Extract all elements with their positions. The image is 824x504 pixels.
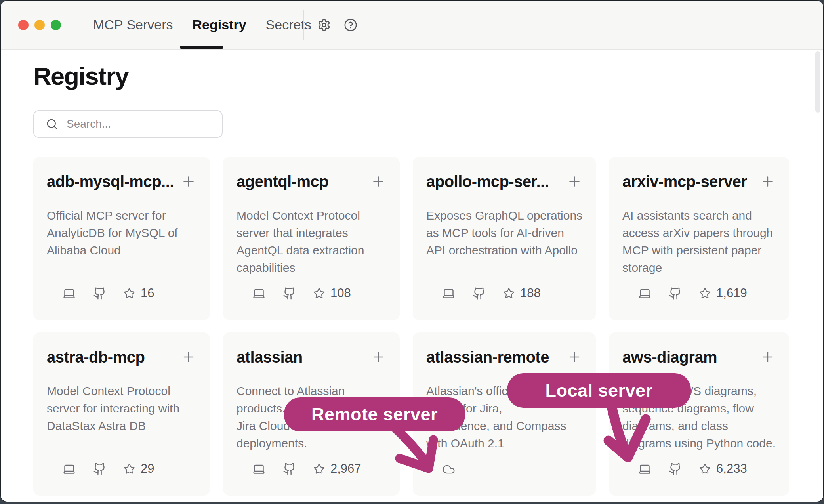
server-card[interactable]: aws-diagram Generate AWS diagrams,sequen… — [609, 332, 789, 496]
github-icon — [283, 462, 296, 475]
card-footer: 6,233 — [638, 462, 747, 476]
page-title: Registry — [33, 61, 128, 91]
add-server-button[interactable] — [760, 349, 776, 365]
active-tab-indicator — [180, 46, 223, 49]
github-icon — [669, 462, 682, 475]
laptop-icon — [63, 287, 76, 300]
star-icon — [124, 288, 135, 299]
titlebar-divider — [303, 10, 304, 40]
search-input[interactable] — [67, 118, 209, 130]
star-count: 108 — [330, 286, 351, 300]
card-header: agentql-mcp — [237, 172, 386, 191]
server-description: Exposes GraphQL operationsas MCP tools f… — [426, 207, 582, 259]
server-name: atlassian — [237, 347, 303, 367]
add-server-button[interactable] — [566, 174, 582, 189]
tab-bar: MCP Servers Registry Secrets — [93, 1, 311, 49]
laptop-icon — [252, 287, 265, 300]
card-footer — [442, 463, 455, 476]
settings-icon[interactable] — [317, 18, 331, 32]
search-box — [33, 110, 223, 138]
tab-secrets[interactable]: Secrets — [266, 17, 311, 32]
card-header: atlassian-remote — [426, 347, 582, 367]
server-card[interactable]: adb-mysql-mcp... Official MCP server for… — [33, 157, 210, 320]
server-card[interactable]: astra-db-mcp Model Context Protocolserve… — [33, 332, 210, 496]
add-server-button[interactable] — [181, 174, 196, 189]
card-header: aws-diagram — [622, 347, 776, 367]
add-server-button[interactable] — [370, 349, 386, 365]
server-description: Model Context Protocolserver that integr… — [237, 207, 386, 277]
star-count: 1,619 — [716, 286, 747, 300]
add-server-button[interactable] — [760, 174, 776, 189]
card-footer: 2,967 — [252, 462, 361, 476]
close-button[interactable] — [18, 20, 29, 30]
card-footer: 29 — [63, 462, 154, 476]
remote-server-callout: Remote server — [284, 397, 465, 431]
scrollbar-thumb[interactable] — [815, 51, 820, 113]
server-card[interactable]: arxiv-mcp-server AI assistants search an… — [609, 157, 789, 320]
github-icon — [669, 287, 682, 300]
server-description: Model Context Protocolserver for interac… — [47, 382, 196, 435]
star-count: 2,967 — [330, 462, 361, 476]
server-name: arxiv-mcp-server — [622, 172, 747, 191]
server-description: AI assistants search andaccess arXiv pap… — [622, 207, 776, 277]
star-icon — [124, 463, 135, 475]
card-header: arxiv-mcp-server — [622, 172, 776, 191]
card-footer: 188 — [442, 286, 541, 300]
card-header: adb-mysql-mcp... — [47, 172, 196, 191]
minimize-button[interactable] — [34, 20, 45, 30]
cloud-icon — [442, 463, 455, 476]
github-icon — [93, 462, 106, 475]
server-description: Official MCP server forAnalyticDB for My… — [47, 207, 196, 259]
card-header: apollo-mcp-ser... — [426, 172, 582, 191]
card-footer: 108 — [252, 286, 351, 300]
laptop-icon — [638, 462, 651, 475]
add-server-button[interactable] — [566, 349, 582, 365]
help-icon[interactable] — [344, 18, 357, 32]
search-icon — [46, 118, 58, 130]
server-name: aws-diagram — [622, 347, 717, 367]
server-name: astra-db-mcp — [47, 347, 145, 367]
server-name: apollo-mcp-ser... — [426, 172, 549, 191]
server-grid: adb-mysql-mcp... Official MCP server for… — [33, 157, 789, 496]
titlebar: MCP Servers Registry Secrets — [1, 1, 823, 50]
traffic-lights — [18, 20, 61, 30]
server-card[interactable]: agentql-mcp Model Context Protocolserver… — [223, 157, 400, 320]
card-header: atlassian — [237, 347, 386, 367]
card-footer: 16 — [63, 286, 154, 300]
github-icon — [93, 287, 106, 300]
card-footer: 1,619 — [638, 286, 747, 300]
add-server-button[interactable] — [181, 349, 196, 365]
server-name: atlassian-remote — [426, 347, 549, 367]
laptop-icon — [63, 462, 76, 475]
card-header: astra-db-mcp — [47, 347, 196, 367]
tab-mcp-servers[interactable]: MCP Servers — [93, 17, 173, 32]
star-icon — [699, 463, 711, 475]
star-count: 188 — [520, 286, 541, 300]
star-icon — [313, 288, 325, 299]
local-server-callout: Local server — [507, 373, 691, 408]
laptop-icon — [638, 287, 651, 300]
add-server-button[interactable] — [370, 174, 386, 189]
server-name: adb-mysql-mcp... — [47, 172, 174, 191]
laptop-icon — [442, 287, 455, 300]
github-icon — [283, 287, 296, 300]
app-window: MCP Servers Registry Secrets Registry ad… — [1, 1, 823, 502]
server-name: agentql-mcp — [237, 172, 328, 191]
star-count: 6,233 — [716, 462, 747, 476]
zoom-button[interactable] — [51, 20, 61, 30]
star-count: 16 — [141, 286, 154, 300]
laptop-icon — [252, 462, 265, 475]
star-icon — [699, 288, 711, 299]
tab-registry[interactable]: Registry — [193, 17, 246, 32]
github-icon — [473, 287, 486, 300]
star-icon — [503, 288, 515, 299]
star-count: 29 — [141, 462, 154, 476]
star-icon — [313, 463, 325, 475]
server-card[interactable]: apollo-mcp-ser... Exposes GraphQL operat… — [413, 157, 596, 320]
